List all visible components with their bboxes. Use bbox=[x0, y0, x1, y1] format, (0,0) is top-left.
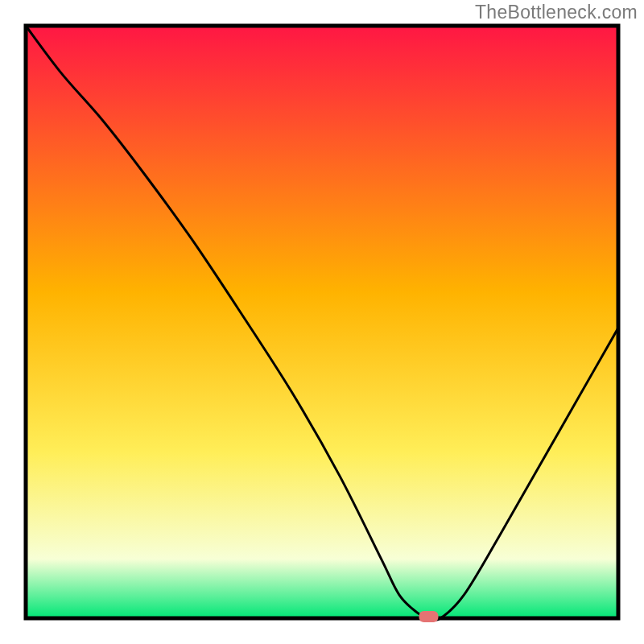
chart-container: TheBottleneck.com bbox=[0, 0, 644, 644]
attribution-text: TheBottleneck.com bbox=[475, 2, 638, 23]
optimal-point-marker bbox=[419, 611, 438, 622]
gradient-background bbox=[26, 26, 618, 618]
bottleneck-chart bbox=[0, 0, 644, 644]
